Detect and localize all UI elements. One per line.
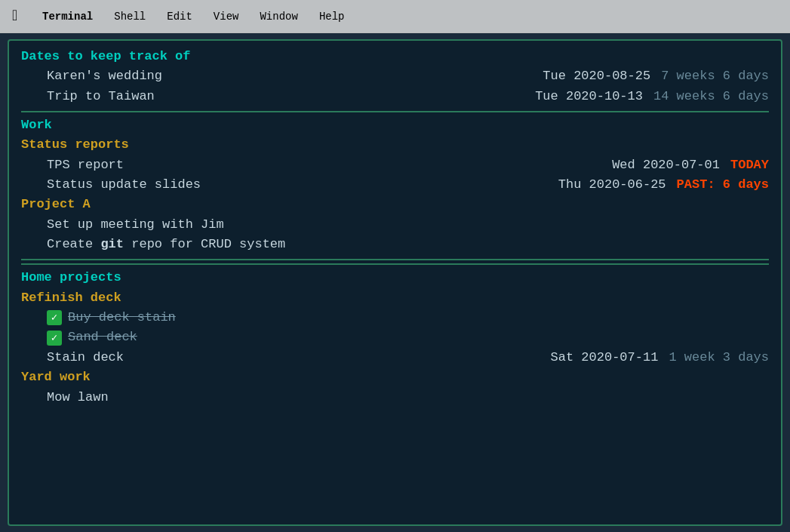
list-item: Trip to Taiwan Tue 2020-10-13 14 weeks 6… (21, 87, 769, 106)
list-item: TPS report Wed 2020-07-01 TODAY (21, 155, 769, 175)
item-label: Create git repo for CRUD system (47, 235, 285, 254)
menu-help[interactable]: Help (319, 11, 345, 23)
checkbox-checked: ✓ (47, 310, 62, 325)
work-header: Work (21, 115, 769, 135)
dates-header: Dates to keep track of (21, 47, 769, 66)
list-item: ✓ Buy deck stain (21, 308, 769, 328)
apple-menu[interactable]:  (12, 8, 21, 25)
home-header: Home projects (21, 268, 769, 288)
item-date-group: Tue 2020-10-13 14 weeks 6 days (535, 87, 769, 106)
item-date: Sat 2020-07-11 (551, 348, 659, 367)
item-relative: 14 weeks 6 days (653, 87, 769, 106)
item-date-group: Tue 2020-08-25 7 weeks 6 days (543, 66, 769, 86)
item-label: Set up meeting with Jim (47, 215, 224, 235)
list-item: Set up meeting with Jim (21, 215, 769, 235)
item-label: Stain deck (47, 348, 124, 367)
item-date: Wed 2020-07-01 (612, 155, 720, 175)
menu-window[interactable]: Window (260, 11, 297, 23)
item-label: Mow lawn (47, 388, 109, 407)
menu-edit[interactable]: Edit (167, 11, 192, 23)
item-relative: 1 week 3 days (669, 348, 769, 367)
item-date-group: Wed 2020-07-01 TODAY (612, 155, 769, 175)
item-status-today: TODAY (730, 155, 769, 175)
menu-view[interactable]: View (214, 11, 239, 23)
menu-shell[interactable]: Shell (114, 11, 146, 23)
item-label: Karen's wedding (47, 66, 162, 86)
item-relative: 7 weeks 6 days (661, 66, 769, 86)
item-date-group: Thu 2020-06-25 PAST: 6 days (558, 175, 769, 195)
item-date: Thu 2020-06-25 (558, 175, 666, 195)
item-date-group: Sat 2020-07-11 1 week 3 days (551, 348, 769, 367)
work-section: Work Status reports TPS report Wed 2020-… (21, 115, 769, 260)
list-item: Status update slides Thu 2020-06-25 PAST… (21, 175, 769, 195)
item-date: Tue 2020-10-13 (535, 87, 643, 106)
item-label: Trip to Taiwan (47, 87, 155, 106)
item-label: Status update slides (47, 175, 201, 195)
item-date: Tue 2020-08-25 (543, 66, 650, 86)
dates-section: Dates to keep track of Karen's wedding T… (21, 47, 769, 112)
terminal-window: Dates to keep track of Karen's wedding T… (8, 39, 782, 526)
menubar:  Terminal Shell Edit View Window Help (0, 0, 790, 33)
item-label: TPS report (47, 155, 124, 175)
list-item: Stain deck Sat 2020-07-11 1 week 3 days (21, 348, 769, 367)
item-label: Sand deck (68, 328, 137, 347)
list-item: Karen's wedding Tue 2020-08-25 7 weeks 6… (21, 66, 769, 86)
home-section: Home projects Refinish deck ✓ Buy deck s… (21, 263, 769, 407)
checkbox-checked: ✓ (47, 331, 62, 346)
item-label: Buy deck stain (68, 308, 176, 328)
project-a-header: Project A (21, 195, 769, 214)
item-status-past: PAST: 6 days (677, 175, 769, 195)
yard-work-header: Yard work (21, 367, 769, 387)
status-reports-header: Status reports (21, 135, 769, 155)
menu-terminal[interactable]: Terminal (42, 11, 93, 23)
list-item: Create git repo for CRUD system (21, 235, 769, 254)
list-item: ✓ Sand deck (21, 328, 769, 347)
refinish-deck-header: Refinish deck (21, 288, 769, 308)
list-item: Mow lawn (21, 388, 769, 407)
